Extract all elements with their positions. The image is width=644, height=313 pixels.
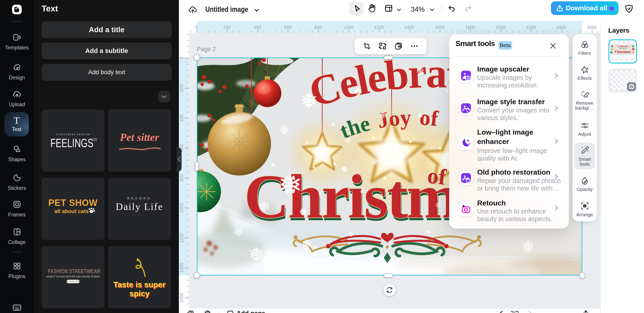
- svg-text:4K: 4K: [466, 77, 470, 80]
